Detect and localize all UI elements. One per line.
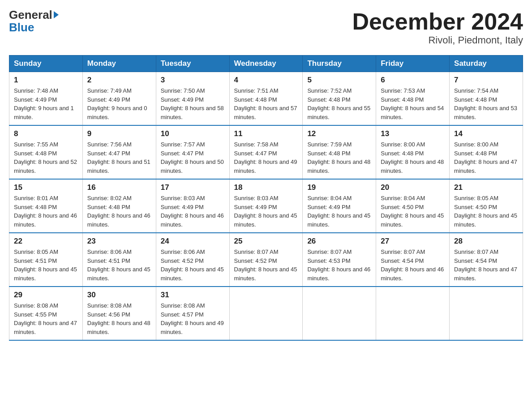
day-number: 29 [14, 291, 78, 300]
header-thursday: Thursday [303, 56, 376, 72]
day-number: 9 [87, 129, 151, 138]
day-info: Sunrise: 7:50 AM Sunset: 4:49 PM Dayligh… [161, 86, 225, 121]
title-area: December 2024 Rivoli, Piedmont, Italy [352, 9, 523, 46]
table-row: 12 Sunrise: 7:59 AM Sunset: 4:48 PM Dayl… [303, 125, 376, 179]
day-info: Sunrise: 8:03 AM Sunset: 4:49 PM Dayligh… [234, 194, 298, 229]
day-number: 7 [454, 76, 518, 85]
day-info: Sunrise: 7:54 AM Sunset: 4:48 PM Dayligh… [454, 86, 518, 121]
day-info: Sunrise: 8:08 AM Sunset: 4:56 PM Dayligh… [87, 301, 151, 336]
day-info: Sunrise: 7:59 AM Sunset: 4:48 PM Dayligh… [307, 140, 371, 175]
day-info: Sunrise: 8:07 AM Sunset: 4:54 PM Dayligh… [381, 248, 445, 283]
table-row: 14 Sunrise: 8:00 AM Sunset: 4:48 PM Dayl… [450, 125, 523, 179]
day-number: 18 [234, 183, 298, 192]
calendar-week-row: 22 Sunrise: 8:05 AM Sunset: 4:51 PM Dayl… [9, 233, 523, 287]
header-wednesday: Wednesday [229, 56, 303, 72]
table-row: 16 Sunrise: 8:02 AM Sunset: 4:48 PM Dayl… [82, 179, 156, 233]
table-row: 20 Sunrise: 8:04 AM Sunset: 4:50 PM Dayl… [376, 179, 450, 233]
table-row: 30 Sunrise: 8:08 AM Sunset: 4:56 PM Dayl… [82, 287, 156, 340]
day-number: 26 [307, 237, 371, 246]
day-info: Sunrise: 8:05 AM Sunset: 4:50 PM Dayligh… [454, 194, 518, 229]
day-number: 4 [234, 76, 298, 85]
logo-general-label: General [9, 9, 52, 21]
day-number: 24 [161, 237, 225, 246]
table-row: 13 Sunrise: 8:00 AM Sunset: 4:48 PM Dayl… [376, 125, 450, 179]
day-info: Sunrise: 8:00 AM Sunset: 4:48 PM Dayligh… [381, 140, 445, 175]
day-number: 19 [307, 183, 371, 192]
day-info: Sunrise: 8:04 AM Sunset: 4:50 PM Dayligh… [381, 194, 445, 229]
day-number: 21 [454, 183, 518, 192]
table-row [303, 287, 376, 340]
calendar-subtitle: Rivoli, Piedmont, Italy [352, 34, 523, 46]
table-row: 11 Sunrise: 7:58 AM Sunset: 4:47 PM Dayl… [229, 125, 303, 179]
day-number: 17 [161, 183, 225, 192]
day-number: 5 [307, 76, 371, 85]
table-row: 31 Sunrise: 8:08 AM Sunset: 4:57 PM Dayl… [156, 287, 229, 340]
logo: General Blue [9, 9, 59, 34]
weekday-header-row: Sunday Monday Tuesday Wednesday Thursday… [9, 56, 523, 72]
day-info: Sunrise: 7:49 AM Sunset: 4:49 PM Dayligh… [87, 86, 151, 121]
day-info: Sunrise: 7:58 AM Sunset: 4:47 PM Dayligh… [234, 140, 298, 175]
table-row: 25 Sunrise: 8:07 AM Sunset: 4:52 PM Dayl… [229, 233, 303, 287]
page-header: General Blue December 2024 Rivoli, Piedm… [9, 9, 523, 46]
day-info: Sunrise: 8:05 AM Sunset: 4:51 PM Dayligh… [14, 248, 78, 283]
table-row [450, 287, 523, 340]
day-number: 30 [87, 291, 151, 300]
day-info: Sunrise: 8:07 AM Sunset: 4:52 PM Dayligh… [234, 248, 298, 283]
day-info: Sunrise: 8:08 AM Sunset: 4:55 PM Dayligh… [14, 301, 78, 336]
day-number: 11 [234, 129, 298, 138]
table-row: 28 Sunrise: 8:07 AM Sunset: 4:54 PM Dayl… [450, 233, 523, 287]
table-row: 9 Sunrise: 7:56 AM Sunset: 4:47 PM Dayli… [82, 125, 156, 179]
table-row: 24 Sunrise: 8:06 AM Sunset: 4:52 PM Dayl… [156, 233, 229, 287]
day-info: Sunrise: 8:03 AM Sunset: 4:49 PM Dayligh… [161, 194, 225, 229]
header-tuesday: Tuesday [156, 56, 229, 72]
day-number: 10 [161, 129, 225, 138]
day-info: Sunrise: 8:07 AM Sunset: 4:53 PM Dayligh… [307, 248, 371, 283]
day-info: Sunrise: 7:56 AM Sunset: 4:47 PM Dayligh… [87, 140, 151, 175]
day-info: Sunrise: 7:55 AM Sunset: 4:48 PM Dayligh… [14, 140, 78, 175]
calendar-header: Sunday Monday Tuesday Wednesday Thursday… [9, 56, 523, 72]
calendar-week-row: 8 Sunrise: 7:55 AM Sunset: 4:48 PM Dayli… [9, 125, 523, 179]
table-row: 3 Sunrise: 7:50 AM Sunset: 4:49 PM Dayli… [156, 72, 229, 126]
day-number: 13 [381, 129, 445, 138]
day-number: 6 [381, 76, 445, 85]
calendar-body: 1 Sunrise: 7:48 AM Sunset: 4:49 PM Dayli… [9, 72, 523, 341]
table-row: 27 Sunrise: 8:07 AM Sunset: 4:54 PM Dayl… [376, 233, 450, 287]
day-number: 2 [87, 76, 151, 85]
logo-arrow-icon [54, 11, 59, 18]
logo-general-text: General [9, 9, 59, 21]
day-info: Sunrise: 7:57 AM Sunset: 4:47 PM Dayligh… [161, 140, 225, 175]
day-number: 16 [87, 183, 151, 192]
header-monday: Monday [82, 56, 156, 72]
day-info: Sunrise: 8:08 AM Sunset: 4:57 PM Dayligh… [161, 301, 225, 336]
table-row [229, 287, 303, 340]
table-row: 23 Sunrise: 8:06 AM Sunset: 4:51 PM Dayl… [82, 233, 156, 287]
table-row: 6 Sunrise: 7:53 AM Sunset: 4:48 PM Dayli… [376, 72, 450, 126]
table-row: 1 Sunrise: 7:48 AM Sunset: 4:49 PM Dayli… [9, 72, 83, 126]
day-info: Sunrise: 8:01 AM Sunset: 4:48 PM Dayligh… [14, 194, 78, 229]
day-number: 31 [161, 291, 225, 300]
day-number: 20 [381, 183, 445, 192]
header-sunday: Sunday [9, 56, 83, 72]
day-number: 8 [14, 129, 78, 138]
day-info: Sunrise: 7:52 AM Sunset: 4:48 PM Dayligh… [307, 86, 371, 121]
calendar-week-row: 15 Sunrise: 8:01 AM Sunset: 4:48 PM Dayl… [9, 179, 523, 233]
table-row: 22 Sunrise: 8:05 AM Sunset: 4:51 PM Dayl… [9, 233, 83, 287]
day-info: Sunrise: 8:06 AM Sunset: 4:52 PM Dayligh… [161, 248, 225, 283]
day-number: 12 [307, 129, 371, 138]
day-number: 23 [87, 237, 151, 246]
header-saturday: Saturday [450, 56, 523, 72]
table-row: 5 Sunrise: 7:52 AM Sunset: 4:48 PM Dayli… [303, 72, 376, 126]
logo-blue-label: Blue [9, 21, 34, 34]
calendar-table: Sunday Monday Tuesday Wednesday Thursday… [9, 55, 523, 341]
table-row: 2 Sunrise: 7:49 AM Sunset: 4:49 PM Dayli… [82, 72, 156, 126]
day-number: 15 [14, 183, 78, 192]
calendar-week-row: 1 Sunrise: 7:48 AM Sunset: 4:49 PM Dayli… [9, 72, 523, 126]
day-info: Sunrise: 8:00 AM Sunset: 4:48 PM Dayligh… [454, 140, 518, 175]
day-info: Sunrise: 8:02 AM Sunset: 4:48 PM Dayligh… [87, 194, 151, 229]
table-row: 21 Sunrise: 8:05 AM Sunset: 4:50 PM Dayl… [450, 179, 523, 233]
table-row [376, 287, 450, 340]
day-info: Sunrise: 7:48 AM Sunset: 4:49 PM Dayligh… [14, 86, 78, 121]
day-info: Sunrise: 7:53 AM Sunset: 4:48 PM Dayligh… [381, 86, 445, 121]
table-row: 19 Sunrise: 8:04 AM Sunset: 4:49 PM Dayl… [303, 179, 376, 233]
table-row: 7 Sunrise: 7:54 AM Sunset: 4:48 PM Dayli… [450, 72, 523, 126]
